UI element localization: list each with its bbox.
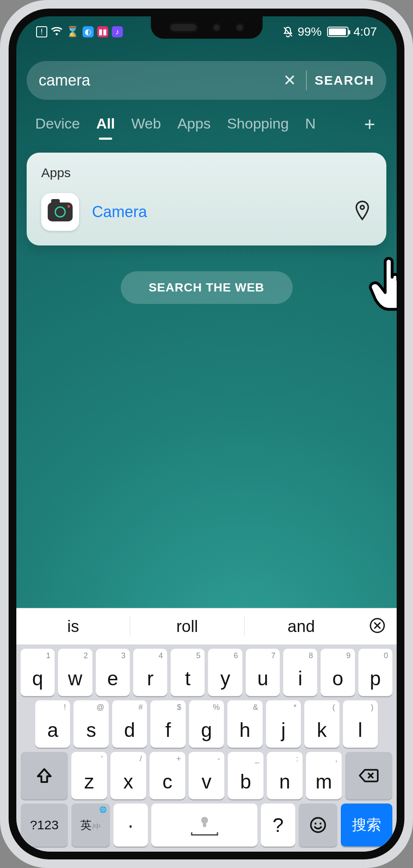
search-button[interactable]: SEARCH (315, 73, 374, 88)
svg-point-0 (361, 205, 364, 209)
key-m[interactable]: ,m (306, 752, 342, 799)
app-result-name: Camera (92, 203, 147, 221)
svg-point-4 (311, 818, 325, 832)
mute-icon (282, 26, 294, 38)
search-divider (306, 71, 307, 90)
key-w[interactable]: 2w (58, 649, 92, 696)
svg-point-2 (201, 817, 208, 824)
key-u[interactable]: 7u (246, 649, 280, 696)
language-key[interactable]: 🌐 英/中 (71, 804, 110, 847)
key-v[interactable]: -v (189, 752, 224, 799)
battery-icon (327, 27, 349, 37)
key-k[interactable]: (k (304, 700, 339, 748)
suggestion-3[interactable]: and (245, 617, 358, 636)
svg-point-6 (320, 822, 322, 825)
search-input[interactable]: camera (39, 71, 281, 89)
key-h[interactable]: &h (227, 700, 262, 748)
add-tab-icon[interactable]: + (361, 113, 378, 135)
key-f[interactable]: $f (150, 700, 185, 748)
key-n[interactable]: :n (267, 752, 303, 799)
key-g[interactable]: %g (189, 700, 224, 748)
tab-device[interactable]: Device (35, 108, 80, 140)
sim-alert-icon: ! (36, 26, 47, 37)
key-t[interactable]: 5t (171, 649, 205, 696)
key-b[interactable]: _b (228, 752, 263, 799)
space-key[interactable] (151, 804, 257, 847)
tab-web[interactable]: Web (131, 108, 161, 140)
tab-all[interactable]: All (96, 108, 115, 140)
dismiss-suggestions-icon[interactable] (358, 617, 397, 636)
key-r[interactable]: 4r (133, 649, 167, 696)
keyboard-row-3: 'z/x+c-v_b:n,m (16, 748, 397, 799)
locate-app-icon[interactable] (353, 200, 372, 224)
keyboard: is roll and 1q2w3e4r5t6y7u8i9o0p !a@s#d$… (16, 608, 397, 852)
suggestion-1[interactable]: is (16, 617, 130, 636)
question-key[interactable]: ? (261, 804, 295, 847)
search-bar[interactable]: camera ✕ SEARCH (27, 61, 386, 100)
category-tabs: Device All Web Apps Shopping N + (27, 100, 386, 142)
backspace-key[interactable] (345, 752, 392, 799)
wifi-icon (51, 27, 63, 37)
search-the-web-button[interactable]: SEARCH THE WEB (121, 271, 293, 304)
phone-bezel: ! ⌛ ◐ ▮▮ ♪ 99% 4:07 camera (9, 9, 404, 859)
music-app-icon: ♪ (112, 26, 123, 37)
suggestion-2[interactable]: roll (130, 617, 244, 636)
battery-percent: 99% (297, 25, 321, 39)
camera-app-icon (41, 193, 79, 231)
key-y[interactable]: 6y (208, 649, 242, 696)
suggestion-bar: is roll and (16, 608, 397, 644)
key-s[interactable]: @s (73, 700, 108, 748)
shift-key[interactable] (21, 752, 68, 799)
tab-shopping[interactable]: Shopping (227, 108, 289, 140)
keyboard-row-2: !a@s#d$f%g&h*j(k)l (16, 696, 397, 748)
key-c[interactable]: +c (150, 752, 185, 799)
books-app-icon: ▮▮ (97, 26, 108, 37)
key-z[interactable]: 'z (71, 752, 107, 799)
hourglass-icon: ⌛ (66, 26, 79, 38)
clear-search-icon[interactable]: ✕ (281, 71, 298, 89)
key-q[interactable]: 1q (21, 649, 55, 696)
search-action-key[interactable]: 搜索 (341, 804, 392, 847)
key-p[interactable]: 0p (358, 649, 392, 696)
notch (151, 16, 263, 39)
key-j[interactable]: *j (266, 700, 301, 748)
key-a[interactable]: !a (35, 700, 70, 748)
app-result-row[interactable]: Camera (41, 193, 372, 231)
key-e[interactable]: 3e (96, 649, 130, 696)
keyboard-row-bottom: ?123 🌐 英/中 · ? 搜索 (16, 799, 397, 852)
symbols-key[interactable]: ?123 (21, 804, 68, 847)
status-time: 4:07 (354, 25, 377, 39)
tab-apps[interactable]: Apps (177, 108, 211, 140)
keyboard-row-1: 1q2w3e4r5t6y7u8i9o0p (16, 644, 397, 696)
results-card: Apps Camera (27, 153, 386, 245)
results-section-title: Apps (41, 166, 372, 180)
key-l[interactable]: )l (343, 700, 378, 748)
svg-point-5 (315, 822, 317, 825)
svg-rect-3 (203, 823, 206, 827)
screen: ! ⌛ ◐ ▮▮ ♪ 99% 4:07 camera (16, 16, 397, 852)
key-d[interactable]: #d (112, 700, 147, 748)
tab-more-truncated[interactable]: N (305, 108, 315, 140)
browser-app-icon: ◐ (83, 26, 94, 37)
key-x[interactable]: /x (110, 752, 146, 799)
phone-frame: ! ⌛ ◐ ▮▮ ♪ 99% 4:07 camera (0, 0, 413, 868)
key-o[interactable]: 9o (321, 649, 355, 696)
period-key[interactable]: · (113, 804, 148, 847)
key-i[interactable]: 8i (283, 649, 317, 696)
emoji-key[interactable] (299, 804, 337, 847)
